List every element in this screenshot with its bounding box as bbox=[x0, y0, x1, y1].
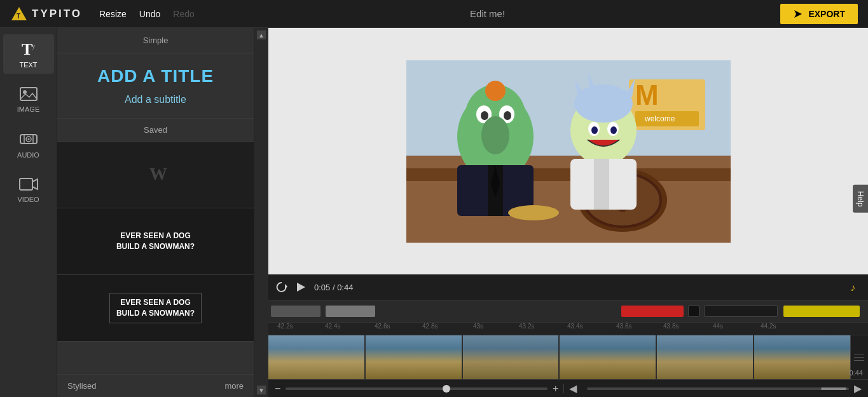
scroll-down-arrow[interactable]: ▼ bbox=[257, 386, 266, 394]
more-button[interactable]: more bbox=[224, 381, 244, 391]
video-preview: M welcome bbox=[268, 28, 868, 274]
strip-segment-6: 0:44 bbox=[754, 335, 850, 379]
track-block-red[interactable] bbox=[621, 306, 684, 317]
text-panel: Simple ADD A TITLE Add a subtitle Saved … bbox=[57, 28, 254, 397]
topbar-actions: Resize Undo Redo bbox=[99, 9, 195, 19]
ruler-mark-9: 43.8s bbox=[663, 323, 679, 330]
sidebar-item-audio[interactable]: AUDIO bbox=[3, 124, 54, 164]
svg-point-28 bbox=[574, 84, 633, 123]
saved-header: Saved bbox=[57, 119, 254, 142]
style-thumb-2-text: EVER SEEN A DOGBUILD A SNOWMAN? bbox=[116, 231, 195, 252]
strip-segment-3 bbox=[463, 335, 560, 379]
cartoon-scene: M welcome bbox=[406, 60, 731, 243]
style-thumbnails: W EVER SEEN A DOGBUILD A SNOWMAN? EVER S… bbox=[57, 142, 254, 342]
timeline-ruler: 42.2s 42.4s 42.6s 42.8s 43s 43.2s 43.4s … bbox=[268, 322, 868, 335]
audio-icon-label: AUDIO bbox=[17, 151, 39, 159]
svg-rect-37 bbox=[594, 159, 609, 210]
strip-segment-1 bbox=[268, 335, 366, 379]
stylised-button[interactable]: Stylised bbox=[67, 381, 97, 391]
strip-timestamp: 0:44 bbox=[850, 369, 863, 377]
svg-text:M: M bbox=[635, 79, 659, 111]
time-display: 0:05 / 0:44 bbox=[314, 283, 353, 292]
video-frame: M welcome bbox=[406, 60, 731, 243]
scroll-thumb[interactable] bbox=[821, 387, 846, 390]
image-icon bbox=[19, 85, 38, 103]
ruler-mark-3: 42.6s bbox=[375, 323, 390, 330]
zoom-in-button[interactable]: + bbox=[553, 383, 558, 394]
topbar: T TYPITO Resize Undo Redo Edit me! EXPOR… bbox=[0, 0, 868, 28]
panel-footer: Stylised more bbox=[57, 374, 254, 397]
strip-segment-4 bbox=[560, 335, 657, 379]
scroll-bar-panel: ▲ ▼ bbox=[254, 28, 268, 397]
ruler-container: 42.2s 42.4s 42.6s 42.8s 43s 43.2s 43.4s … bbox=[271, 323, 865, 335]
ruler-mark-10: 44s bbox=[713, 323, 723, 330]
zoom-out-button[interactable]: − bbox=[275, 383, 280, 394]
svg-rect-21 bbox=[406, 168, 731, 181]
strip-line-2 bbox=[854, 357, 864, 358]
play-button[interactable] bbox=[295, 281, 307, 293]
svg-rect-12 bbox=[20, 178, 32, 190]
track-block-1[interactable] bbox=[271, 306, 320, 317]
strip-segment-5 bbox=[657, 335, 754, 379]
ruler-mark-7: 43.4s bbox=[567, 323, 582, 330]
sidebar-item-image[interactable]: IMAGE bbox=[3, 80, 54, 118]
style-thumb-1-icon: W bbox=[143, 162, 169, 187]
svg-point-49 bbox=[508, 205, 559, 220]
text-icon: T y bbox=[19, 39, 38, 58]
svg-text:y: y bbox=[32, 42, 36, 50]
icon-sidebar: T y TEXT IMAGE AUDIO bbox=[0, 28, 57, 397]
export-button[interactable]: EXPORT bbox=[780, 4, 858, 24]
strip-line-3 bbox=[854, 360, 864, 361]
ruler-mark-1: 42.2s bbox=[277, 323, 293, 330]
sidebar-item-video[interactable]: VIDEO bbox=[3, 170, 54, 208]
text-panel-tab[interactable]: Simple bbox=[57, 28, 254, 53]
ruler-mark-11: 44.2s bbox=[761, 323, 776, 330]
zoom-track[interactable] bbox=[286, 387, 548, 390]
strip-segment-2 bbox=[366, 335, 463, 379]
zoom-separator bbox=[563, 384, 564, 393]
svg-marker-2 bbox=[794, 10, 802, 18]
music-note-icon: ♪ bbox=[849, 281, 860, 293]
track-block-yellow[interactable] bbox=[783, 306, 860, 317]
music-icon[interactable]: ♪ bbox=[849, 281, 860, 293]
ruler-mark-6: 43.2s bbox=[519, 323, 534, 330]
zoom-bar: − + ◀ ▶ bbox=[268, 379, 868, 397]
track-block-2[interactable] bbox=[326, 306, 375, 317]
playback-bar: 0:05 / 0:44 ♪ bbox=[268, 274, 868, 300]
style-thumb-1[interactable]: W bbox=[57, 142, 254, 208]
svg-point-34 bbox=[591, 126, 598, 134]
video-icon bbox=[18, 175, 39, 193]
svg-point-45 bbox=[481, 116, 509, 154]
export-icon bbox=[793, 9, 803, 19]
scroll-track[interactable] bbox=[587, 387, 849, 390]
play-icon bbox=[295, 281, 307, 293]
ruler-mark-8: 43.6s bbox=[616, 323, 631, 330]
title-preview-area[interactable]: ADD A TITLE Add a subtitle bbox=[57, 53, 254, 119]
timeline-tracks: 42.2s 42.4s 42.6s 42.8s 43s 43.2s 43.4s … bbox=[268, 300, 868, 335]
style-thumb-2[interactable]: EVER SEEN A DOGBUILD A SNOWMAN? bbox=[57, 208, 254, 275]
svg-text:T: T bbox=[17, 13, 20, 20]
zoom-handle[interactable] bbox=[443, 385, 450, 393]
help-tab[interactable]: Help bbox=[853, 184, 868, 213]
undo-button[interactable]: Undo bbox=[139, 9, 160, 19]
svg-point-42 bbox=[481, 111, 488, 120]
scroll-left-button[interactable]: ◀ bbox=[569, 382, 577, 394]
svg-text:W: W bbox=[149, 164, 167, 184]
restart-icon bbox=[276, 281, 287, 293]
style-thumb-3[interactable]: EVER SEEN A DOGBUILD A SNOWMAN? bbox=[57, 275, 254, 342]
redo-button[interactable]: Redo bbox=[173, 9, 194, 19]
image-icon-label: IMAGE bbox=[17, 105, 39, 113]
preview-subtitle: Add a subtitle bbox=[70, 94, 241, 105]
svg-text:welcome: welcome bbox=[644, 114, 675, 123]
logo-text: TYPITO bbox=[32, 8, 82, 20]
edit-title: Edit me! bbox=[195, 8, 781, 19]
scroll-up-arrow[interactable]: ▲ bbox=[257, 30, 266, 39]
scroll-right-button[interactable]: ▶ bbox=[854, 382, 862, 394]
track-block-outline[interactable] bbox=[704, 306, 778, 317]
track-block-dark[interactable] bbox=[688, 306, 699, 317]
sidebar-item-text[interactable]: T y TEXT bbox=[3, 34, 54, 74]
svg-point-9 bbox=[27, 138, 29, 140]
resize-button[interactable]: Resize bbox=[99, 9, 127, 19]
main: T y TEXT IMAGE AUDIO bbox=[0, 28, 868, 397]
restart-button[interactable] bbox=[276, 281, 287, 293]
